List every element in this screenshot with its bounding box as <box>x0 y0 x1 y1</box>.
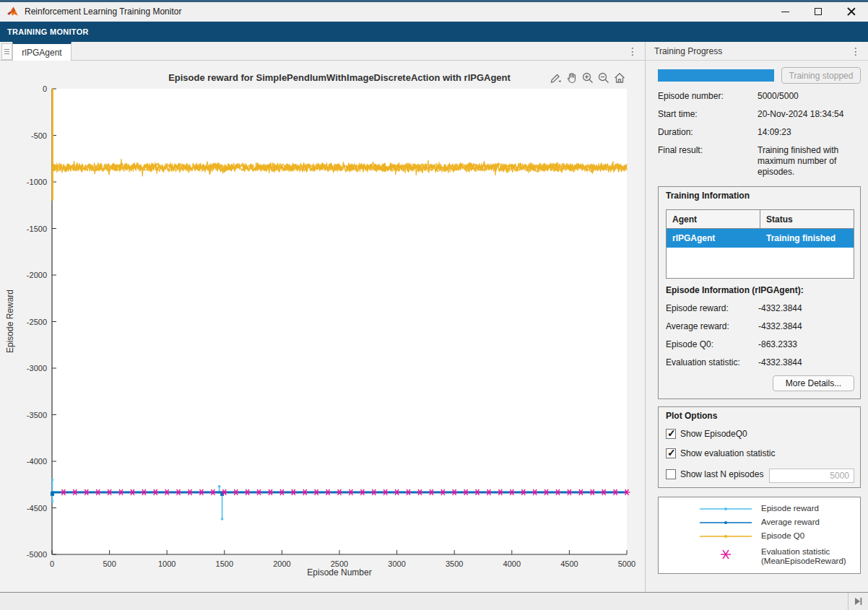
expand-statusbar-button[interactable] <box>853 596 863 606</box>
close-button[interactable] <box>835 2 868 21</box>
training-stopped-button[interactable]: Training stopped <box>781 67 861 84</box>
episode-q0-row: Episode Q0:-863.2333 <box>666 339 854 349</box>
agent-status-table: Agent Status rlPGAgent Training finished <box>666 209 854 279</box>
zoom-in-icon <box>581 71 594 84</box>
show-episodeq0-option[interactable]: Show EpisodeQ0 <box>666 429 747 439</box>
main-area: rlPGAgent ⋮ 0500100015002000250030003500… <box>0 42 868 592</box>
statusbar-divider <box>848 593 849 610</box>
panel-title: Training Progress <box>654 46 722 56</box>
panel-menu-icon[interactable]: ⋮ <box>851 46 861 56</box>
legend-item-average-reward: Average reward <box>659 516 862 529</box>
average-reward-swatch-icon <box>698 516 753 529</box>
axes-toolbar <box>549 71 626 84</box>
zoom-out-icon <box>597 71 610 84</box>
duration-row: Duration:14:09:23 <box>658 127 861 138</box>
maximize-icon <box>815 8 822 15</box>
training-progress-bar <box>658 69 774 82</box>
episode-number-row: Episode number:5000/5000 <box>658 91 861 102</box>
legend-item-episode-q0: Episode Q0 <box>659 530 862 543</box>
svg-text:-2500: -2500 <box>27 318 47 326</box>
export-brush-button[interactable] <box>549 71 563 84</box>
minimize-icon <box>781 12 789 12</box>
average-reward-row: Average reward:-4332.3844 <box>666 321 854 331</box>
evaluation-statistic-row: Evaluation statistic:-4332.3844 <box>666 357 854 367</box>
start-time-row: Start time:20-Nov-2024 18:34:54 <box>658 109 861 120</box>
svg-text:-5000: -5000 <box>27 550 47 559</box>
show-evaluation-statistic-option[interactable]: Show evaluation statistic <box>666 448 775 458</box>
restore-view-button[interactable] <box>612 71 626 84</box>
episode-information-title: Episode Information (rlPGAgent): <box>666 285 804 295</box>
agent-column-header[interactable]: Agent <box>667 210 760 228</box>
svg-text:-3500: -3500 <box>27 411 47 419</box>
chart-title: Episode reward for SimplePendlumWithImag… <box>52 72 627 83</box>
progress-fill <box>658 69 774 82</box>
x-axis-label: Episode Number <box>52 567 627 578</box>
plot-option-checkbox-0[interactable] <box>666 429 676 439</box>
training-figure: 0500100015002000250030003500400045005000… <box>0 61 645 592</box>
table-header-row: Agent Status <box>667 210 854 229</box>
episode-reward-swatch-icon <box>698 502 753 515</box>
svg-text:-4500: -4500 <box>27 504 47 513</box>
tab-overflow-button[interactable] <box>1 43 12 60</box>
titlebar: Reinforcement Learning Training Monitor <box>0 2 868 22</box>
training-information-group: Training Information Agent Status rlPGAg… <box>658 186 861 399</box>
y-axis-label: Episode Reward <box>5 289 15 353</box>
brush-icon <box>550 71 563 84</box>
document-pane: rlPGAgent ⋮ 0500100015002000250030003500… <box>0 42 645 592</box>
tab-rlpgagent[interactable]: rlPGAgent <box>12 42 71 61</box>
n-episodes-input[interactable]: 5000 <box>769 469 854 483</box>
plot-options-group: Plot Options Show EpisodeQ0 Show evaluat… <box>658 406 861 488</box>
legend-item-evaluation-statistic: Evaluation statistic (MeanEpisodeReward) <box>659 546 862 567</box>
legend-item-episode-reward: Episode reward <box>659 502 862 515</box>
more-details-button[interactable]: More Details... <box>773 375 854 391</box>
svg-text:-2000: -2000 <box>27 271 47 279</box>
tab-label: rlPGAgent <box>22 48 61 58</box>
window-title: Reinforcement Learning Training Monitor <box>25 6 181 17</box>
svg-text:-1000: -1000 <box>27 178 47 186</box>
episode-q0-swatch-icon <box>698 530 753 543</box>
zoom-in-button[interactable] <box>581 71 594 84</box>
svg-text:-4000: -4000 <box>27 457 47 466</box>
skip-expand-icon <box>853 596 863 606</box>
plot-option-checkbox-2[interactable] <box>666 469 676 479</box>
status-column-header[interactable]: Status <box>760 210 854 228</box>
episode-reward-row: Episode reward:-4332.3844 <box>666 303 854 313</box>
zoom-out-button[interactable] <box>596 71 610 84</box>
svg-text:-3000: -3000 <box>27 364 47 372</box>
training-information-title: Training Information <box>666 191 750 201</box>
svg-text:-500: -500 <box>31 131 47 140</box>
minimize-button[interactable] <box>768 2 802 21</box>
svg-text:0: 0 <box>43 84 47 93</box>
pan-button[interactable] <box>565 71 578 84</box>
table-row[interactable]: rlPGAgent Training finished <box>667 229 854 248</box>
plot-options-title: Plot Options <box>666 411 717 421</box>
show-last-n-episodes-option[interactable]: Show last N episodes <box>666 469 763 479</box>
window-controls <box>768 2 868 21</box>
evaluation-statistic-asterisk-icon <box>698 546 753 559</box>
chart-legend: Episode reward Average reward Episode Q0 <box>658 497 861 574</box>
training-progress-panel: Training Progress ⋮ Training stopped Epi… <box>646 42 868 592</box>
app-window: Reinforcement Learning Training Monitor … <box>0 0 868 610</box>
svg-text:-1500: -1500 <box>27 225 47 233</box>
hamburger-icon <box>4 49 9 50</box>
home-icon <box>613 71 626 84</box>
toolstrip: TRAINING MONITOR <box>0 22 868 42</box>
matlab-logo-icon <box>6 6 19 18</box>
statusbar <box>0 592 868 610</box>
episode-reward-chart[interactable]: 0500100015002000250030003500400045005000… <box>0 61 645 592</box>
tabstrip-menu-icon[interactable]: ⋮ <box>628 46 638 56</box>
panel-header: Training Progress ⋮ <box>646 42 868 61</box>
plot-option-checkbox-1[interactable] <box>666 448 676 458</box>
close-icon <box>847 7 856 16</box>
toolstrip-tab-training-monitor[interactable]: TRAINING MONITOR <box>7 27 89 36</box>
pan-hand-icon <box>565 71 578 84</box>
final-result-row: Final result:Training finished with maxi… <box>658 145 861 178</box>
maximize-button[interactable] <box>802 2 835 21</box>
document-tabstrip: rlPGAgent ⋮ <box>0 42 645 61</box>
